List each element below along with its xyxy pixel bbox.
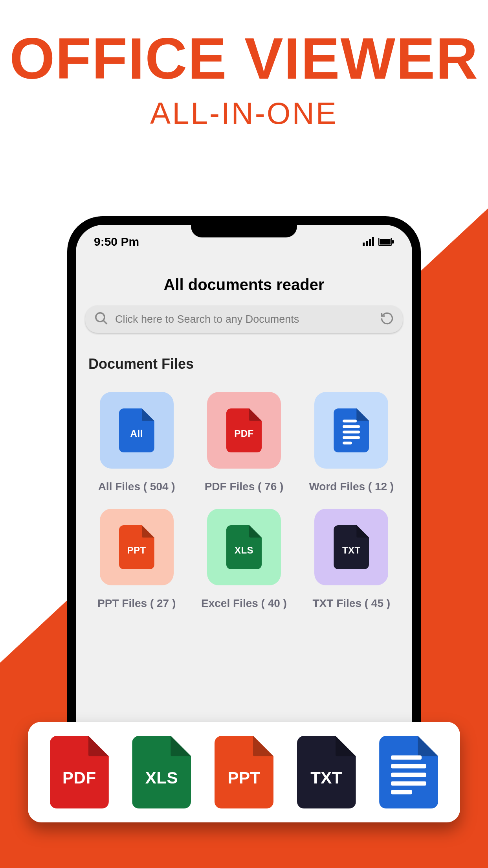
txt-file-icon: TXT bbox=[297, 736, 356, 809]
tile-box bbox=[314, 392, 388, 469]
search-icon bbox=[94, 311, 109, 327]
hero-title: OFFICE VIEWER bbox=[0, 0, 488, 88]
refresh-icon[interactable] bbox=[380, 311, 394, 327]
tile-label: All Files ( 504 ) bbox=[88, 480, 185, 493]
app-title: All documents reader bbox=[76, 276, 412, 301]
svg-line-8 bbox=[103, 320, 107, 324]
tile-box: PDF bbox=[207, 392, 281, 469]
phone-notch bbox=[191, 223, 297, 237]
svg-rect-3 bbox=[372, 237, 374, 246]
tiles-grid: AllAll Files ( 504 )PDFPDF Files ( 76 )W… bbox=[76, 376, 412, 625]
tile-label: PPT Files ( 27 ) bbox=[88, 597, 185, 610]
section-title: Document Files bbox=[88, 356, 400, 372]
phone-screen: 9:50 Pm All documents reader Click here … bbox=[76, 225, 412, 758]
status-time: 9:50 Pm bbox=[94, 235, 139, 248]
tile-txt[interactable]: TXTTXT Files ( 45 ) bbox=[303, 509, 400, 610]
tile-box: PPT bbox=[100, 509, 174, 585]
battery-icon bbox=[378, 235, 394, 248]
pdf-file-icon: PDF bbox=[50, 736, 109, 809]
hero-subtitle: ALL-IN-ONE bbox=[0, 96, 488, 131]
tile-all[interactable]: AllAll Files ( 504 ) bbox=[88, 392, 185, 493]
svg-point-7 bbox=[96, 313, 105, 322]
bottom-formats-card: PDFXLSPPTTXT bbox=[28, 722, 460, 822]
pdf-file-icon: PDF bbox=[226, 408, 262, 452]
svg-rect-1 bbox=[366, 241, 368, 246]
xls-file-icon: XLS bbox=[226, 525, 262, 569]
svg-rect-2 bbox=[369, 239, 371, 246]
svg-rect-0 bbox=[363, 243, 365, 246]
signal-icon bbox=[363, 235, 374, 248]
tile-xls[interactable]: XLSExcel Files ( 40 ) bbox=[195, 509, 293, 610]
tile-label: Excel Files ( 40 ) bbox=[195, 597, 293, 610]
all-file-icon: All bbox=[119, 408, 154, 452]
txt-file-icon: TXT bbox=[334, 525, 369, 569]
tile-ppt[interactable]: PPTPPT Files ( 27 ) bbox=[88, 509, 185, 610]
tile-label: PDF Files ( 76 ) bbox=[195, 480, 293, 493]
doc-file-icon bbox=[334, 408, 369, 452]
tile-box: All bbox=[100, 392, 174, 469]
tile-label: TXT Files ( 45 ) bbox=[303, 597, 400, 610]
search-placeholder: Click here to Search to any Documents bbox=[115, 313, 374, 326]
tile-label: Word Files ( 12 ) bbox=[303, 480, 400, 493]
svg-rect-6 bbox=[392, 240, 394, 244]
tile-box: XLS bbox=[207, 509, 281, 585]
tile-pdf[interactable]: PDFPDF Files ( 76 ) bbox=[195, 392, 293, 493]
xls-file-icon: XLS bbox=[132, 736, 191, 809]
phone-frame: 9:50 Pm All documents reader Click here … bbox=[67, 216, 421, 767]
tile-doc[interactable]: Word Files ( 12 ) bbox=[303, 392, 400, 493]
tile-box: TXT bbox=[314, 509, 388, 585]
ppt-file-icon: PPT bbox=[215, 736, 273, 809]
ppt-file-icon: PPT bbox=[119, 525, 154, 569]
search-bar[interactable]: Click here to Search to any Documents bbox=[85, 305, 403, 333]
doc-file-icon bbox=[379, 736, 438, 809]
svg-rect-5 bbox=[380, 239, 391, 245]
